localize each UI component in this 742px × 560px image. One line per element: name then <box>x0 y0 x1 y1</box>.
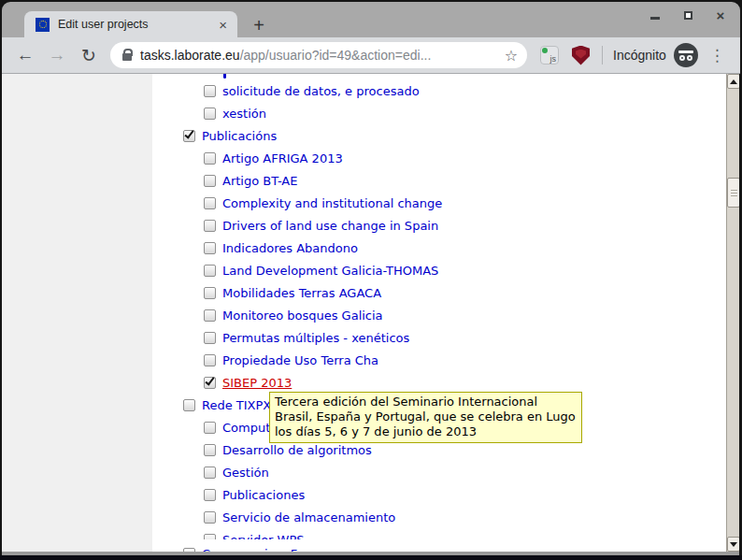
page-left-panel <box>2 74 152 552</box>
project-tree: solicitude de datos, e procesado xestión… <box>152 74 726 539</box>
tree-item-label[interactable]: Gestión <box>222 466 269 480</box>
tree-item: Camaroneiras Fonseca <box>152 542 726 552</box>
tree-item-label[interactable]: Monitoreo bosques Galicia <box>222 309 383 323</box>
tree-item: Drivers of land use change in Spain <box>152 214 726 237</box>
forward-button[interactable]: → <box>41 41 73 69</box>
tree-item-checkbox[interactable] <box>204 534 216 540</box>
tree-item: Permutas múltiples - xenéticos <box>152 326 726 349</box>
tree-item: Publicaciones <box>152 483 726 506</box>
toolbar-separator <box>602 46 603 65</box>
minimize-button[interactable] <box>649 8 662 22</box>
tab-close-icon[interactable]: × <box>216 18 230 32</box>
tree-item-checkbox[interactable] <box>204 489 216 501</box>
scrollbar-thumb[interactable] <box>727 178 739 208</box>
tree-item: Complexity and institutional change <box>152 192 726 214</box>
tree-item: Artigo BT-AE <box>152 169 726 192</box>
back-button[interactable]: ← <box>9 41 41 69</box>
tree-item-checkbox[interactable] <box>204 108 216 120</box>
tree-item-checkbox[interactable] <box>204 309 216 322</box>
tree-item-checkbox[interactable] <box>204 175 216 187</box>
tree-item: Artigo AFRIGA 2013 <box>152 147 726 169</box>
tree-item-checkbox[interactable] <box>204 85 216 97</box>
js-extension-icon[interactable]: js <box>540 46 559 65</box>
tree-item-label[interactable]: xestión <box>222 107 266 121</box>
scroll-up-arrow-icon[interactable] <box>727 74 739 89</box>
url-path: /app/usuario?id=49&action=edi... <box>240 48 432 63</box>
tree-item-label[interactable]: Servicio de almacenamiento <box>222 510 395 524</box>
tree-item-label[interactable]: Publicaciones <box>222 488 305 502</box>
tab-title: Edit user projects <box>58 18 216 31</box>
tree-item-label[interactable]: Mobilidades Terras AGACA <box>222 286 381 300</box>
tree-item-checkbox[interactable] <box>204 422 216 434</box>
browser-toolbar: ← → ↻ tasks.laborate.eu/app/usuario?id=4… <box>2 37 740 74</box>
tree-item-label[interactable]: Drivers of land use change in Spain <box>222 219 438 233</box>
tree-item: Servidor WPS <box>152 528 726 539</box>
tree-item: solicitude de datos, e procesado <box>152 79 726 102</box>
bookmark-star-icon[interactable]: ☆ <box>505 47 518 65</box>
tree-item: Servicio de almacenamiento <box>152 506 726 528</box>
tooltip-line: Tercera edición del Seminario Internacio… <box>275 395 576 409</box>
tree-item: Gestión <box>152 461 726 483</box>
browser-tab[interactable]: Edit user projects × <box>24 11 237 37</box>
tree-item-checkbox[interactable] <box>204 152 216 165</box>
url-domain: tasks.laborate.eu <box>140 48 240 63</box>
tree-item-checkbox[interactable] <box>204 220 216 232</box>
tooltip-line: los días 5, 6 y 7 de junio de 2013 <box>275 424 576 439</box>
incognito-icon <box>674 43 698 67</box>
tree-item: xestión <box>152 102 726 124</box>
tree-item-label[interactable]: Rede TIXPX <box>202 398 271 412</box>
url-text[interactable]: tasks.laborate.eu/app/usuario?id=49&acti… <box>140 48 499 63</box>
tree-item-checkbox[interactable] <box>204 444 216 456</box>
page-scrollbar[interactable] <box>726 74 739 552</box>
page-content: solicitude de datos, e procesado xestión… <box>2 74 739 552</box>
tree-item-label[interactable]: Artigo AFRIGA 2013 <box>222 151 343 165</box>
window-bottom-edge <box>0 555 742 560</box>
tree-item-checkbox[interactable] <box>204 242 216 254</box>
padlock-icon <box>122 53 132 61</box>
address-bar[interactable]: tasks.laborate.eu/app/usuario?id=49&acti… <box>110 42 527 68</box>
tree-item-checkbox[interactable] <box>204 511 216 524</box>
tree-item: Propiedade Uso Terra Cha <box>152 349 726 371</box>
tree-item-checkbox[interactable] <box>183 399 195 411</box>
incognito-label: Incógnito <box>613 48 666 63</box>
tree-item-label[interactable]: Artigo BT-AE <box>222 174 297 188</box>
tree-item-checkbox[interactable] <box>204 265 216 277</box>
tooltip-line: Brasil, España y Portugal, que se celebr… <box>275 409 576 424</box>
tree-item-checkbox[interactable] <box>204 197 216 209</box>
project-tooltip: Tercera edición del Seminario Internacio… <box>269 392 582 443</box>
tree-item-label[interactable]: Complexity and institutional change <box>222 196 442 210</box>
green-dot-icon <box>542 48 548 53</box>
tree-item-label[interactable]: SIBEP 2013 <box>222 376 292 390</box>
tree-item: Indicadores Abandono <box>152 237 726 259</box>
tree-item-checkbox[interactable] <box>183 130 195 142</box>
maximize-button[interactable] <box>681 8 694 22</box>
tree-item-label[interactable]: Servidor WPS <box>222 533 305 540</box>
tree-item-checkbox[interactable] <box>204 377 216 389</box>
tree-item: Publicacións <box>152 124 726 147</box>
tree-item-checkbox[interactable] <box>204 332 216 344</box>
tree-item-label[interactable]: Propiedade Uso Terra Cha <box>222 353 378 367</box>
tree-item-label[interactable]: solicitude de datos, e procesado <box>222 84 420 98</box>
eu-flag-favicon-icon <box>36 18 50 32</box>
tree-item-checkbox[interactable] <box>204 287 216 299</box>
ublock-shield-icon[interactable] <box>572 46 590 65</box>
tree-item: Monitoreo bosques Galicia <box>152 304 726 326</box>
project-tree-continued: Camaroneiras Fonseca <box>152 542 726 552</box>
tree-item-label[interactable]: Land Development Galicia-THOMAS <box>222 264 438 278</box>
scroll-down-arrow-icon[interactable] <box>727 537 739 552</box>
tree-item-checkbox[interactable] <box>204 467 216 479</box>
tree-item-label[interactable]: Permutas múltiples - xenéticos <box>222 331 409 345</box>
window-close-button[interactable]: × <box>714 8 727 22</box>
tree-item: Mobilidades Terras AGACA <box>152 281 726 304</box>
reload-button[interactable]: ↻ <box>73 41 105 69</box>
tree-item: SIBEP 2013 <box>152 371 726 394</box>
titlebar: Edit user projects × + × <box>2 2 740 37</box>
browser-menu-icon[interactable]: ⋮ <box>709 46 725 65</box>
tree-item-label[interactable]: Indicadores Abandono <box>222 241 358 255</box>
tree-item: Land Development Galicia-THOMAS <box>152 259 726 281</box>
new-tab-button[interactable]: + <box>245 13 273 37</box>
tree-item-label[interactable]: Publicacións <box>202 129 277 143</box>
clipped-item-descender <box>223 74 226 79</box>
tree-item-label[interactable]: Desarrollo de algoritmos <box>222 443 372 457</box>
tree-item-checkbox[interactable] <box>204 354 216 366</box>
